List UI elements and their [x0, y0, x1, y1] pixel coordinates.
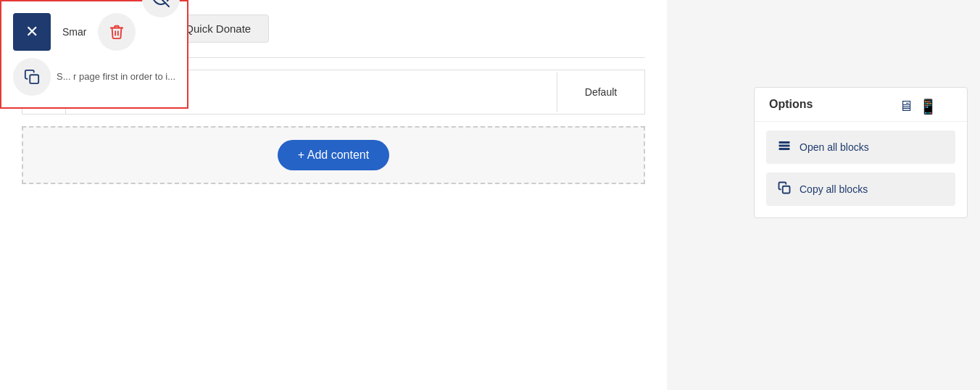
smart-label: Smar	[57, 26, 92, 38]
faq-default: Default	[557, 86, 644, 98]
device-icons-area: 🖥 📱	[899, 98, 937, 115]
add-content-area: + Add content	[22, 126, 645, 184]
trash-icon	[109, 24, 125, 40]
save-notice: S... r page first in order to i...	[57, 70, 175, 83]
svg-rect-2	[779, 141, 790, 144]
svg-rect-3	[779, 145, 790, 147]
eye-off-button[interactable]	[142, 0, 180, 17]
eye-off-icon	[152, 0, 170, 7]
monitor-icon[interactable]: 🖥	[899, 98, 913, 115]
copy-icon	[24, 69, 40, 85]
trash-button[interactable]	[98, 13, 136, 51]
svg-rect-4	[779, 148, 790, 150]
popup-top-row: ✕ Smar	[13, 13, 175, 51]
open-all-label: Open all blocks	[800, 141, 869, 153]
action-popup: ✕ Smar	[0, 0, 188, 109]
svg-rect-5	[783, 186, 790, 194]
close-icon: ✕	[25, 22, 38, 41]
open-all-icon	[778, 139, 791, 155]
right-panel-title: Options	[769, 98, 813, 110]
open-all-blocks-button[interactable]: Open all blocks	[766, 130, 955, 164]
close-button[interactable]: ✕	[13, 13, 51, 51]
copy-all-blocks-button[interactable]: Copy all blocks	[766, 173, 955, 206]
tablet-icon[interactable]: 📱	[919, 98, 937, 115]
svg-rect-1	[30, 75, 38, 83]
copy-all-label: Copy all blocks	[800, 183, 868, 195]
copy-button[interactable]	[13, 58, 51, 96]
copy-all-icon	[778, 181, 791, 197]
popup-bottom-row: S... r page first in order to i...	[13, 58, 175, 96]
add-content-button[interactable]: + Add content	[278, 140, 389, 170]
eye-off-area	[142, 0, 180, 17]
